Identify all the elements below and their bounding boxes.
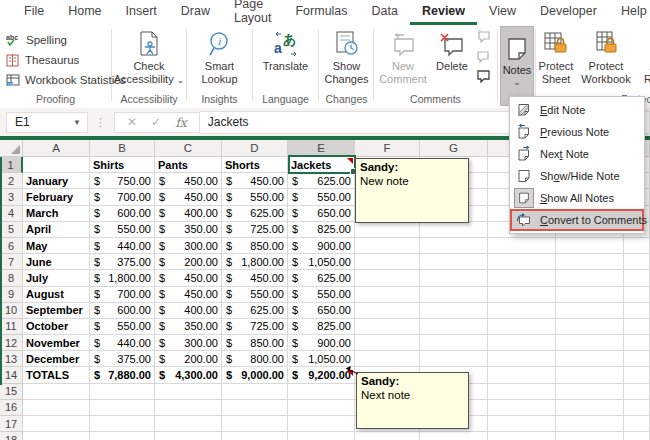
cell[interactable]: $650.00 [288,303,355,319]
row-header-2[interactable]: 2 [0,173,23,189]
cell[interactable]: $400.00 [155,303,222,319]
row-header-6[interactable]: 6 [0,238,23,254]
cell[interactable]: July [23,270,90,286]
cell[interactable]: February [23,189,90,205]
select-all-corner[interactable] [0,140,23,157]
cell[interactable] [355,238,420,254]
cell[interactable]: Jackets [288,157,355,173]
previous-comment-icon[interactable] [476,30,491,43]
cell[interactable]: $350.00 [155,319,222,335]
column-header-f[interactable]: F [355,140,420,157]
menu-item-edit-note[interactable]: Edit Note [510,99,644,121]
row-header-15[interactable]: 15 [0,384,23,400]
insert-function-icon[interactable]: fx [175,115,187,130]
cell[interactable] [420,432,488,440]
cell[interactable] [556,287,624,303]
cell[interactable] [355,222,420,238]
row-header-4[interactable]: 4 [0,206,23,222]
workbook-statistics-button[interactable]: 123 Workbook Statistics [6,71,126,89]
cell[interactable] [488,270,556,286]
cell[interactable] [624,416,650,432]
cell[interactable] [488,384,556,400]
cell[interactable]: $800.00 [222,351,288,367]
enter-icon[interactable]: ✓ [151,115,161,129]
cell[interactable]: $700.00 [90,189,155,205]
protect-workbook-button[interactable]: Protect Workbook [576,27,636,86]
menu-item-convert-to-comments[interactable]: Convert to Comments [510,209,644,231]
name-box-dropdown-icon[interactable]: ▼ [73,118,81,127]
cell[interactable] [624,384,650,400]
cell[interactable] [222,432,288,440]
cell[interactable]: $550.00 [288,287,355,303]
cell[interactable] [556,270,624,286]
cell[interactable] [624,400,650,416]
cell[interactable] [556,335,624,351]
cell[interactable] [90,384,155,400]
cell[interactable]: Shirts [90,157,155,173]
row-header-1[interactable]: 1 [0,157,23,173]
cell[interactable]: November [23,335,90,351]
cell[interactable] [222,384,288,400]
cell[interactable] [420,287,488,303]
row-header-7[interactable]: 7 [0,254,23,270]
cell[interactable] [488,303,556,319]
cell[interactable]: $400.00 [155,206,222,222]
cell[interactable] [556,400,624,416]
cell[interactable] [23,384,90,400]
cell[interactable] [155,384,222,400]
cell[interactable]: $650.00 [288,206,355,222]
cell[interactable] [355,351,420,367]
menu-item-previous-note[interactable]: Previous Note [510,121,644,143]
cell[interactable]: $200.00 [155,254,222,270]
cell[interactable] [624,270,650,286]
cell[interactable]: $450.00 [222,270,288,286]
notes-button[interactable]: Notes ⌄ [500,26,534,106]
thesaurus-button[interactable]: Thesaurus [6,51,79,69]
cell[interactable] [488,416,556,432]
cell[interactable] [488,400,556,416]
cell[interactable]: $440.00 [90,238,155,254]
cell[interactable]: $750.00 [90,173,155,189]
cell[interactable]: $625.00 [288,270,355,286]
row-header-12[interactable]: 12 [0,335,23,351]
cell[interactable]: $825.00 [288,222,355,238]
cell[interactable]: $450.00 [155,270,222,286]
cell[interactable]: October [23,319,90,335]
cell[interactable]: April [23,222,90,238]
cell[interactable] [222,416,288,432]
cell[interactable]: $550.00 [90,222,155,238]
cell[interactable] [355,270,420,286]
cell[interactable] [624,335,650,351]
cell[interactable]: $550.00 [90,319,155,335]
cell[interactable] [624,319,650,335]
cell[interactable] [488,319,556,335]
cell[interactable]: $9,000.00 [222,367,288,383]
row-header-9[interactable]: 9 [0,287,23,303]
cell[interactable] [556,303,624,319]
cell[interactable]: March [23,206,90,222]
cell[interactable] [355,335,420,351]
row-header-16[interactable]: 16 [0,400,23,416]
cell[interactable]: $1,800.00 [90,270,155,286]
cell[interactable] [624,238,650,254]
cell[interactable] [420,335,488,351]
column-header-d[interactable]: D [222,140,288,157]
cell[interactable]: $725.00 [222,222,288,238]
tab-file[interactable]: File [12,0,56,25]
cell[interactable]: $900.00 [288,335,355,351]
cell[interactable]: TOTALS [23,367,90,383]
cell[interactable]: $450.00 [222,173,288,189]
cell[interactable]: $450.00 [155,287,222,303]
cell[interactable]: December [23,351,90,367]
show-changes-button[interactable]: Show Changes [320,27,373,86]
next-comment-icon[interactable] [476,50,491,63]
cell[interactable] [355,432,420,440]
cell[interactable] [420,303,488,319]
tab-review[interactable]: Review [410,0,477,25]
tab-draw[interactable]: Draw [169,0,222,25]
spelling-button[interactable]: abc Spelling [6,31,67,49]
cell[interactable] [556,432,624,440]
cell[interactable] [420,351,488,367]
cell[interactable]: $700.00 [90,287,155,303]
cell[interactable] [23,432,90,440]
